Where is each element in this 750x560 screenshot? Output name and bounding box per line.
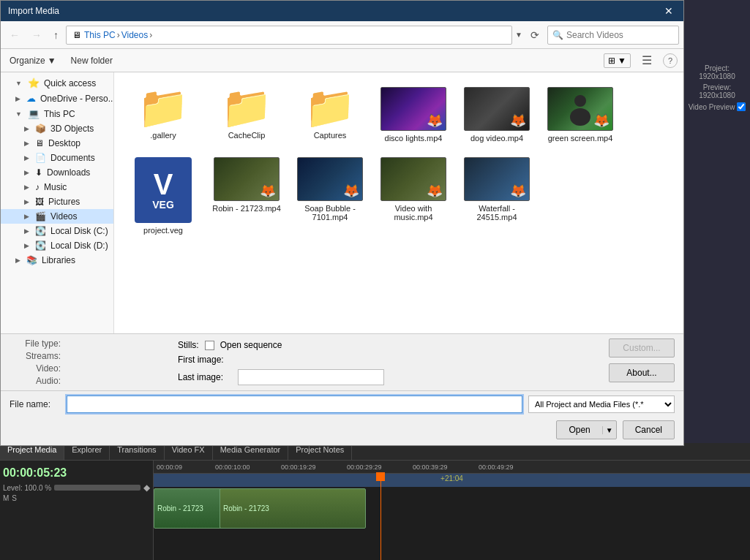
folder-icon: 📁 [304, 84, 356, 130]
veg-thumbnail: V VEG [135, 157, 192, 223]
filetype-select[interactable]: All Project and Media Files (*.* [528, 396, 675, 413]
sidebar-item-label: Documents [50, 153, 95, 163]
vlc-cone: 🦊 [510, 113, 526, 129]
folder-thumb: 📁 [221, 87, 272, 128]
refresh-button[interactable]: ⟳ [525, 27, 544, 43]
svg-point-1 [570, 108, 590, 126]
view-mode-button[interactable]: ⊞ ▼ [604, 53, 631, 68]
playhead[interactable] [380, 474, 381, 560]
streams-row: Streams: [10, 351, 156, 361]
address-path[interactable]: 🖥 This PC › Videos › [66, 26, 512, 45]
file-item-gallery[interactable]: 📁 .gallery [123, 81, 203, 148]
file-label: dog video.mp4 [470, 134, 523, 143]
sidebar-item-label: Libraries [42, 255, 75, 265]
video-thumb: 🦊 [380, 157, 446, 201]
search-box[interactable]: 🔍 [547, 26, 679, 45]
video-label: Video: [10, 363, 61, 374]
first-image-row: First image: [178, 355, 384, 365]
sidebar-item-local-c[interactable]: ▶ 💽 Local Disk (C:) [1, 224, 113, 238]
sidebar-item-downloads[interactable]: ▶ ⬇ Downloads [1, 165, 113, 180]
videos-icon: 🎬 [35, 211, 46, 222]
sidebar-item-3d-objects[interactable]: ▶ 📦 3D Objects [1, 121, 113, 136]
file-item-waterfall[interactable]: 🦊 Waterfall - 24515.mp4 [457, 151, 537, 241]
filename-input[interactable] [67, 396, 522, 413]
address-bar: ← → ↑ 🖥 This PC › Videos › ▼ ⟳ 🔍 [1, 21, 683, 49]
sidebar-item-quick-access[interactable]: ▼ ⭐ Quick access [1, 75, 113, 91]
search-input[interactable] [566, 30, 669, 40]
file-item-robin[interactable]: 🦊 Robin - 21723.mp4 [206, 151, 287, 241]
bottom-panel: File type: Streams: Video: Audio: Stills… [1, 333, 683, 390]
sidebar-item-label: Downloads [47, 167, 90, 178]
new-folder-button[interactable]: New folder [67, 54, 117, 67]
stills-checkbox[interactable] [205, 341, 214, 350]
vlc-cone: 🦊 [427, 183, 443, 199]
sidebar-item-local-d[interactable]: ▶ 💽 Local Disk (D:) [1, 238, 113, 253]
vlc-cone: 🦊 [260, 183, 276, 199]
dog-thumbnail: 🦊 [464, 87, 530, 131]
open-button-group[interactable]: Open ▼ [556, 420, 616, 439]
sidebar-item-this-pc[interactable]: ▼ 💻 This PC [1, 106, 113, 121]
clip-label-2: Robin - 21723 [220, 503, 272, 514]
level-slider[interactable] [54, 485, 140, 491]
sidebar-item-desktop[interactable]: ▶ 🖥 Desktop [1, 136, 113, 151]
organize-button[interactable]: Organize ▼ [7, 54, 59, 67]
desktop-icon: 🖥 [35, 138, 44, 148]
path-videos: Videos [121, 30, 148, 40]
sidebar: ▼ ⭐ Quick access ▶ ☁ OneDrive - Perso...… [1, 72, 114, 333]
sidebar-item-label: OneDrive - Perso... [40, 94, 114, 104]
file-item-cacheclip[interactable]: 📁 CacheClip [206, 81, 287, 148]
details-pane-button[interactable]: ☰ [638, 52, 656, 69]
time-mark-3: 00:00:19:29 [281, 463, 347, 471]
help-button[interactable]: ? [663, 53, 678, 68]
file-item-green[interactable]: 🦊 green screen.mp4 [540, 81, 620, 148]
file-item-soap[interactable]: 🦊 Soap Bubble - 7101.mp4 [290, 151, 370, 241]
vlc-cone: 🦊 [510, 183, 526, 199]
sidebar-item-label: 3D Objects [50, 124, 94, 134]
last-image-input[interactable] [238, 369, 384, 385]
documents-icon: 📄 [35, 153, 46, 163]
sidebar-item-onedrive[interactable]: ▶ ☁ OneDrive - Perso... [1, 91, 113, 106]
pictures-icon: 🖼 [35, 197, 44, 207]
m-label: M [3, 494, 9, 502]
music-icon: ♪ [35, 182, 40, 192]
folder-icon: 📁 [138, 84, 189, 130]
search-icon: 🔍 [552, 30, 563, 40]
file-label: Robin - 21723.mp4 [212, 204, 281, 213]
open-dropdown-arrow[interactable]: ▼ [602, 426, 616, 434]
green-thumbnail: 🦊 [547, 87, 613, 131]
file-item-video-music[interactable]: 🦊 Video with music.mp4 [373, 151, 454, 241]
audio-row: Audio: [10, 376, 156, 386]
sidebar-item-videos[interactable]: ▶ 🎬 Videos [1, 209, 113, 224]
about-button[interactable]: About... [609, 363, 675, 382]
sidebar-item-documents[interactable]: ▶ 📄 Documents [1, 151, 113, 165]
forward-button[interactable]: → [27, 27, 46, 43]
preview-info: Preview: 1920x1080 [687, 83, 747, 99]
vlc-cone: 🦊 [343, 183, 359, 199]
video-preview-row: Video Preview [689, 102, 746, 111]
custom-button[interactable]: Custom... [609, 338, 675, 357]
file-item-disco[interactable]: 🦊 disco lights.mp4 [373, 81, 454, 148]
back-button[interactable]: ← [5, 27, 24, 43]
sidebar-item-label: Quick access [44, 78, 96, 88]
file-type-row: File type: [10, 338, 156, 349]
sidebar-item-pictures[interactable]: ▶ 🖼 Pictures [1, 194, 113, 209]
organize-label: Organize [10, 56, 45, 66]
video-thumb: 🦊 [547, 87, 613, 131]
path-this-pc: This PC [84, 30, 116, 40]
track-labels: M S [3, 493, 150, 504]
cancel-button[interactable]: Cancel [623, 420, 675, 439]
path-icon: 🖥 [72, 30, 81, 40]
time-mark-4: 00:00:29:29 [347, 463, 413, 471]
file-item-dog[interactable]: 🦊 dog video.mp4 [457, 81, 537, 148]
track-clip-2[interactable]: Robin - 21723 [220, 488, 366, 529]
file-item-project[interactable]: V VEG project.veg [123, 151, 203, 241]
video-thumb: 🦊 [380, 87, 446, 131]
close-button[interactable]: ✕ [661, 5, 676, 17]
up-button[interactable]: ↑ [49, 27, 63, 43]
file-item-captures[interactable]: 📁 Captures [290, 81, 370, 148]
address-dropdown-button[interactable]: ▼ [515, 31, 522, 39]
sidebar-item-libraries[interactable]: ▶ 📚 Libraries [1, 253, 113, 268]
level-label: Level: 100.0 % [3, 484, 51, 492]
sidebar-item-music[interactable]: ▶ ♪ Music [1, 180, 113, 194]
video-preview-checkbox[interactable] [737, 102, 746, 111]
